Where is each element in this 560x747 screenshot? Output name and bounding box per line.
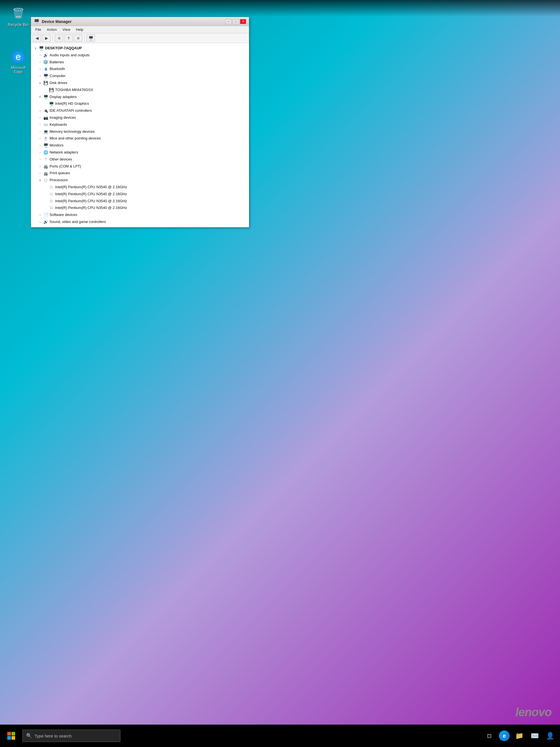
search-bar[interactable]: 🔍 Type here to search [22, 730, 121, 742]
monitors-expand-icon: › [38, 144, 42, 148]
virtual-desktop-icon[interactable]: ⊡ [484, 730, 495, 741]
ports-node[interactable]: › 🖨️ Ports (COM & LPT) [32, 163, 248, 170]
cpu4-node[interactable]: □ Intel(R) Pentium(R) CPU N3540 @ 2.16GH… [32, 204, 248, 211]
tree-root-node[interactable]: ∨ 🖥️ DESKTOP-7AQQAUP [32, 45, 248, 52]
cpu1-node[interactable]: □ Intel(R) Pentium(R) CPU N3540 @ 2.16GH… [32, 184, 248, 191]
network-icon: 🌐 [43, 150, 49, 155]
imaging-expand-icon: › [38, 115, 42, 120]
disk-drives-node[interactable]: ∨ 💾 Disk drives [32, 80, 248, 86]
toshiba-node[interactable]: 💾 TOSHIBA MK6476GSX [32, 86, 248, 94]
recycle-bin-icon[interactable]: 🗑️ Recycle Bin [6, 6, 31, 27]
device-tree-panel: ∨ 🖥️ DESKTOP-7AQQAUP › 🔊 Audio inputs an… [31, 43, 249, 227]
device-manager-window: 🖥️ Device Manager ─ □ ✕ File Action View… [31, 17, 249, 227]
toolbar-separator-1 [53, 35, 53, 42]
bluetooth-node[interactable]: › ʙ Bluetooth [32, 66, 248, 73]
disk-drives-icon: 💾 [43, 81, 49, 85]
cpu2-node[interactable]: □ Intel(R) Pentium(R) CPU N3540 @ 2.16GH… [32, 191, 248, 198]
monitors-icon: 🖥️ [43, 144, 49, 148]
forward-button[interactable]: ▶ [42, 34, 51, 42]
sound-label: Sound, video and game controllers [50, 219, 106, 225]
ports-label: Ports (COM & LPT) [50, 163, 81, 170]
menu-help[interactable]: Help [73, 27, 86, 32]
back-button[interactable]: ◀ [33, 34, 41, 42]
memory-node[interactable]: › 💻 Memory technology devices [32, 128, 248, 135]
computer-expand-icon: › [38, 74, 42, 78]
bluetooth-label: Bluetooth [50, 66, 65, 72]
monitors-label: Monitors [50, 143, 63, 149]
cpu3-node[interactable]: □ Intel(R) Pentium(R) CPU N3540 @ 2.16GH… [32, 198, 248, 205]
audio-icon: 🔊 [43, 53, 49, 57]
menu-view[interactable]: View [60, 27, 73, 32]
network-label: Network adapters [50, 150, 78, 155]
print-queues-node[interactable]: › 🖨️ Print queues [32, 170, 248, 177]
toolbar-separator-2 [84, 35, 85, 42]
start-button[interactable] [4, 729, 18, 743]
keyboards-label: Keyboards [50, 122, 67, 128]
cpu3-spacer [44, 199, 48, 203]
toolbar: ◀ ▶ ⊞ ? ⊞ 🖥️ [31, 33, 249, 43]
minimize-button[interactable]: ─ [225, 19, 232, 24]
close-button[interactable]: ✕ [240, 19, 246, 24]
display-adapters-node[interactable]: ∨ 🖥️ Display adapters [32, 94, 248, 101]
recycle-bin-label: Recycle Bin [8, 22, 29, 27]
keyboards-expand-icon: › [38, 122, 42, 127]
other-expand-icon: › [38, 157, 42, 162]
svg-rect-2 [7, 736, 11, 740]
other-node[interactable]: › ? Other devices [32, 156, 248, 163]
taskbar: 🔍 Type here to search ⊡ e 📁 ✉️ 👤 [0, 725, 560, 747]
software-expand-icon: › [38, 213, 42, 217]
device-button[interactable]: 🖥️ [86, 34, 95, 42]
mail-taskbar-icon[interactable]: ✉️ [529, 730, 540, 741]
ide-icon: 🔌 [43, 109, 49, 113]
mice-expand-icon: › [38, 136, 42, 141]
root-expand-icon: ∨ [33, 46, 38, 50]
audio-expand-icon: › [38, 53, 42, 57]
file-explorer-taskbar-icon[interactable]: 📁 [514, 730, 525, 741]
imaging-node[interactable]: › 📷 Imaging devices [32, 114, 248, 121]
bluetooth-icon: ʙ [43, 67, 49, 71]
menu-action[interactable]: Action [44, 27, 60, 32]
cpu2-spacer [44, 192, 48, 196]
batteries-expand-icon: › [38, 60, 42, 65]
software-icon: 📄 [43, 213, 49, 217]
cpu1-icon: □ [49, 185, 54, 189]
computer-properties-button[interactable]: ⊞ [55, 34, 63, 42]
computer-node[interactable]: › 🖥️ Computer [32, 73, 248, 80]
sound-node[interactable]: › 🔊 Sound, video and game controllers [32, 218, 248, 226]
processors-node[interactable]: ∨ □ Processors [32, 177, 248, 184]
audio-node[interactable]: › 🔊 Audio inputs and outputs [32, 52, 248, 59]
edge-taskbar-icon[interactable]: e [499, 730, 510, 741]
recycle-bin-image: 🗑️ [11, 6, 26, 21]
memory-icon: 💻 [43, 129, 49, 134]
software-node[interactable]: › 📄 Software devices [32, 211, 248, 218]
maximize-button[interactable]: □ [233, 19, 239, 24]
svg-rect-0 [7, 732, 11, 736]
sound-icon: 🔊 [43, 220, 49, 224]
view-resources-button[interactable]: ⊞ [74, 34, 82, 42]
cpu1-spacer [44, 185, 48, 189]
imaging-label: Imaging devices [50, 115, 76, 121]
display-expand-icon: ∨ [38, 95, 42, 99]
print-expand-icon: › [38, 171, 42, 176]
edge-icon[interactable]: e MicrosoftEdge [6, 50, 31, 74]
memory-expand-icon: › [38, 129, 42, 134]
mice-node[interactable]: › 🖱️ Mice and other pointing devices [32, 135, 248, 142]
display-label: Display adapters [50, 94, 77, 100]
keyboards-node[interactable]: › ⌨️ Keyboards [32, 121, 248, 128]
computer-icon: 🖥️ [43, 74, 49, 78]
print-label: Print queues [50, 170, 70, 176]
help-button[interactable]: ? [64, 34, 73, 42]
intel-hd-node[interactable]: 🖥️ Intel(R) HD Graphics [32, 100, 248, 107]
disk-drives-expand-icon: ∨ [38, 81, 42, 85]
network-node[interactable]: › 🌐 Network adapters [32, 149, 248, 156]
intel-hd-spacer [44, 102, 48, 106]
monitors-node[interactable]: › 🖥️ Monitors [32, 142, 248, 149]
people-taskbar-icon[interactable]: 👤 [544, 730, 556, 741]
mice-label: Mice and other pointing devices [50, 135, 101, 141]
menu-file[interactable]: File [32, 27, 44, 32]
ide-node[interactable]: › 🔌 IDE ATA/ATAPI controllers [32, 107, 248, 114]
ide-expand-icon: › [38, 109, 42, 113]
cpu1-label: Intel(R) Pentium(R) CPU N3540 @ 2.16GHz [55, 184, 127, 190]
keyboards-icon: ⌨️ [43, 122, 49, 127]
batteries-node[interactable]: › ⚙️ Batteries [32, 59, 248, 66]
